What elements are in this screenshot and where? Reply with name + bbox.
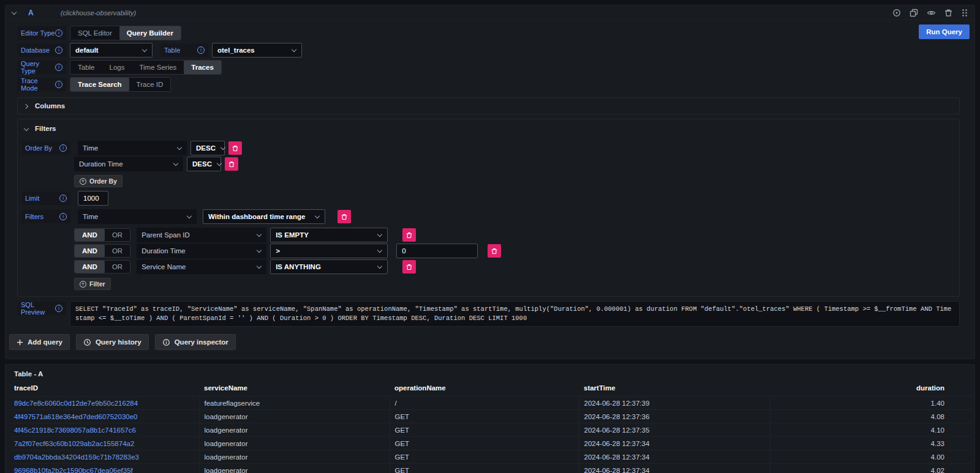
info-icon[interactable]: i bbox=[55, 305, 62, 312]
filter-field-select-1[interactable]: Duration Time bbox=[137, 244, 266, 258]
collapse-chevron-icon[interactable] bbox=[12, 10, 17, 15]
info-icon[interactable]: i bbox=[55, 47, 62, 54]
plus-circle-icon: + bbox=[80, 281, 86, 288]
drag-handle[interactable] bbox=[961, 9, 968, 17]
query-type-radio-group: Table Logs Time Series Traces bbox=[70, 60, 222, 75]
info-icon[interactable]: i bbox=[55, 81, 62, 88]
duplicate-query-icon[interactable] bbox=[910, 9, 918, 17]
run-query-button[interactable]: Run Query bbox=[919, 24, 970, 39]
chevron-down-icon bbox=[257, 233, 262, 237]
cell-start-time: 2024-06-28 12:37:34 bbox=[579, 464, 770, 473]
order-by-direction-select-0[interactable]: DESC bbox=[190, 141, 225, 155]
chevron-down-icon bbox=[257, 264, 262, 269]
columns-section: Columns bbox=[17, 97, 960, 114]
chevron-down-icon bbox=[217, 162, 222, 166]
info-icon[interactable]: i bbox=[55, 64, 62, 71]
filter-time-field-select[interactable]: Time bbox=[78, 209, 197, 224]
remove-filter-button[interactable] bbox=[402, 260, 416, 274]
info-icon[interactable]: i bbox=[197, 47, 205, 54]
plus-circle-icon: + bbox=[80, 178, 86, 185]
record-query-icon[interactable] bbox=[892, 9, 901, 17]
query-inspector-button[interactable]: Query inspector bbox=[155, 334, 236, 350]
info-icon[interactable]: i bbox=[59, 144, 67, 152]
remove-filter-button[interactable] bbox=[337, 210, 351, 223]
col-header-duration[interactable]: duration bbox=[770, 381, 972, 397]
filter-operator-select-0[interactable]: IS EMPTY bbox=[270, 228, 388, 242]
remove-query-trash-icon[interactable] bbox=[944, 9, 952, 17]
chevron-down-icon bbox=[142, 48, 147, 53]
chevron-down-icon bbox=[377, 233, 382, 237]
query-history-button[interactable]: Query history bbox=[76, 334, 149, 350]
filter-value-input[interactable]: 0 bbox=[396, 244, 478, 258]
trace-mode-trace-search[interactable]: Trace Search bbox=[70, 78, 129, 91]
filter-field-select-0[interactable]: Parent Span ID bbox=[137, 228, 266, 242]
cell-trace-id-link[interactable]: 89dc7e8c6060c0d12de7e9b50c216284 bbox=[9, 397, 199, 410]
cell-duration: 4.00 bbox=[770, 450, 972, 464]
table-row: 4f45c21918c73698057a8b1c741657c6 loadgen… bbox=[9, 423, 972, 437]
remove-filter-button[interactable] bbox=[402, 228, 416, 242]
conjunction-and[interactable]: AND bbox=[75, 229, 105, 241]
filter-conjunction-group-1: AND OR bbox=[74, 244, 130, 258]
conjunction-and[interactable]: AND bbox=[75, 245, 105, 257]
info-icon[interactable]: i bbox=[59, 213, 67, 220]
history-icon bbox=[83, 338, 91, 346]
filter-conjunction-group-0: AND OR bbox=[74, 228, 130, 242]
filter-operator-select-1[interactable]: > bbox=[270, 244, 388, 258]
filter-operator-select-2[interactable]: IS ANYTHING bbox=[270, 259, 388, 274]
cell-trace-id-link[interactable]: 4f45c21918c73698057a8b1c741657c6 bbox=[9, 423, 199, 437]
add-order-by-button[interactable]: + Order By bbox=[74, 175, 123, 187]
order-by-field-select-1[interactable]: Duration Time bbox=[74, 157, 183, 171]
trace-mode-trace-id[interactable]: Trace ID bbox=[129, 78, 171, 91]
order-by-direction-select-1[interactable]: DESC bbox=[187, 157, 221, 171]
cell-service-name: loadgenerator bbox=[199, 464, 390, 473]
filter-time-operator-select[interactable]: Within dashboard time range bbox=[203, 209, 325, 224]
hide-response-eye-icon[interactable] bbox=[927, 9, 936, 17]
columns-section-header[interactable]: Columns bbox=[24, 101, 953, 111]
query-type-label: Query Typei bbox=[17, 61, 66, 74]
cell-trace-id-link[interactable]: 96968b10fa2b2c1590bc67dea06ef35f bbox=[9, 464, 199, 473]
editor-type-sql-editor[interactable]: SQL Editor bbox=[70, 26, 119, 40]
info-icon[interactable]: i bbox=[55, 29, 62, 37]
cell-duration: 4.02 bbox=[770, 464, 972, 473]
query-type-table[interactable]: Table bbox=[70, 61, 102, 74]
conjunction-or[interactable]: OR bbox=[105, 245, 130, 257]
remove-filter-button[interactable] bbox=[488, 244, 501, 258]
trash-icon bbox=[341, 214, 347, 220]
cell-operation-name: GET bbox=[390, 464, 579, 473]
cell-service-name: loadgenerator bbox=[199, 450, 390, 464]
query-type-time-series[interactable]: Time Series bbox=[132, 61, 184, 74]
remove-order-by-button[interactable] bbox=[228, 141, 242, 155]
trash-icon bbox=[491, 248, 497, 255]
query-type-logs[interactable]: Logs bbox=[102, 61, 132, 74]
chevron-down-icon bbox=[292, 48, 296, 53]
editor-type-query-builder[interactable]: Query Builder bbox=[119, 26, 181, 40]
table-row: 96968b10fa2b2c1590bc67dea06ef35f loadgen… bbox=[9, 464, 972, 473]
filter-field-select-2[interactable]: Service Name bbox=[137, 259, 266, 274]
order-by-field-select-0[interactable]: Time bbox=[78, 141, 187, 155]
query-type-traces[interactable]: Traces bbox=[184, 61, 221, 74]
col-header-traceid[interactable]: traceID bbox=[9, 381, 199, 397]
table-body: 89dc7e8c6060c0d12de7e9b50c216284 feature… bbox=[9, 397, 972, 473]
conjunction-or[interactable]: OR bbox=[105, 261, 130, 273]
cell-trace-id-link[interactable]: 4f497571a618e364ed7ded60752030e0 bbox=[9, 410, 199, 423]
col-header-servicename[interactable]: serviceName bbox=[199, 381, 390, 397]
cell-trace-id-link[interactable]: 7a2f07ecf63c60b1029ab2ac155874a2 bbox=[9, 437, 199, 450]
table-panel: Table - A traceID serviceName operationN… bbox=[5, 364, 975, 473]
database-select[interactable]: default bbox=[70, 43, 153, 58]
add-query-button[interactable]: Add query bbox=[9, 334, 70, 350]
cell-service-name: loadgenerator bbox=[199, 423, 390, 437]
info-icon[interactable]: i bbox=[59, 195, 67, 202]
table-select[interactable]: otel_traces bbox=[212, 43, 302, 58]
cell-trace-id-link[interactable]: db9704a2bbda34204d159c71b78283e3 bbox=[9, 450, 199, 464]
remove-order-by-button[interactable] bbox=[225, 157, 238, 171]
conjunction-and[interactable]: AND bbox=[75, 261, 105, 273]
cell-service-name: loadgenerator bbox=[199, 437, 390, 450]
conjunction-or[interactable]: OR bbox=[105, 229, 130, 241]
limit-input[interactable]: 1000 bbox=[78, 191, 108, 206]
cell-operation-name: GET bbox=[390, 450, 579, 464]
filters-section-header[interactable]: Filters bbox=[21, 124, 953, 133]
add-filter-button[interactable]: + Filter bbox=[74, 278, 111, 290]
trace-mode-radio-group: Trace Search Trace ID bbox=[70, 77, 171, 92]
col-header-operationname[interactable]: operationName bbox=[390, 381, 579, 397]
col-header-starttime[interactable]: startTime bbox=[579, 381, 770, 397]
